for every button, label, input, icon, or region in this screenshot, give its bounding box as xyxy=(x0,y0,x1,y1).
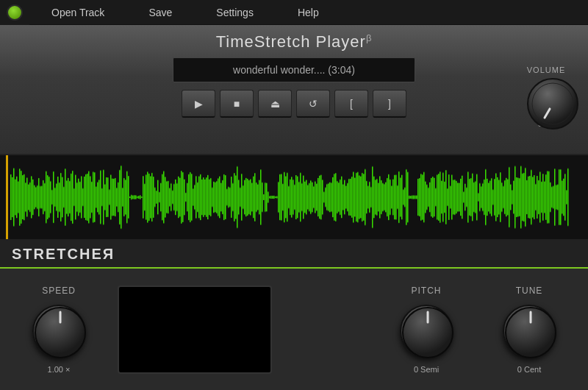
menu-bar: Open Track Save Settings Help xyxy=(0,0,588,25)
volume-label: VOLUME xyxy=(527,65,565,74)
speed-value: 1.00 × xyxy=(48,365,71,374)
speed-section: SPEED 1.00 × xyxy=(15,286,103,374)
stretcher-header: STRETCHEЯ xyxy=(0,241,588,269)
menu-settings[interactable]: Settings xyxy=(194,0,276,24)
menu-items: Open Track Save Settings Help xyxy=(29,0,588,24)
pitch-knob[interactable] xyxy=(400,305,453,358)
logo-icon xyxy=(7,4,23,21)
speed-label: SPEED xyxy=(42,286,76,296)
volume-section: VOLUME 0 dB xyxy=(526,65,566,128)
svg-point-0 xyxy=(528,79,578,129)
header-section: TimeStretch Playerβ wonderful wonder....… xyxy=(0,25,588,154)
track-display: wonderful wonder.... (3:04) xyxy=(173,57,415,82)
transport-controls: ▶ ■ ⏏ ↺ [ ] xyxy=(182,90,406,118)
pitch-label: PITCH xyxy=(412,286,442,296)
eject-button[interactable]: ⏏ xyxy=(258,90,292,118)
volume-knob[interactable] xyxy=(526,77,566,117)
app-logo xyxy=(0,0,29,25)
menu-save[interactable]: Save xyxy=(126,0,194,24)
mark-in-button[interactable]: [ xyxy=(334,90,368,118)
tune-knob[interactable] xyxy=(503,305,556,358)
display-screen xyxy=(118,286,272,374)
waveform-canvas xyxy=(0,155,588,239)
tune-value: 0 Cent xyxy=(517,365,541,374)
waveform-display xyxy=(0,154,588,241)
tune-label: TUNE xyxy=(516,286,543,296)
tune-section: TUNE 0 Cent xyxy=(485,286,573,374)
stop-button[interactable]: ■ xyxy=(220,90,254,118)
play-button[interactable]: ▶ xyxy=(182,90,215,118)
stretcher-controls: SPEED 1.00 × xyxy=(0,269,588,390)
speed-knob[interactable] xyxy=(32,305,85,358)
stretcher-title: STRETCHEЯ xyxy=(12,246,115,263)
pitch-value: 0 Semi xyxy=(414,365,439,374)
pitch-section: PITCH 0 Semi xyxy=(382,286,470,374)
menu-open-track[interactable]: Open Track xyxy=(29,0,126,24)
mark-out-button[interactable]: ] xyxy=(373,90,406,118)
stretcher-section: STRETCHEЯ SPEED 1.00 × xyxy=(0,241,588,390)
pitch-tune-controls: PITCH 0 Semi xyxy=(287,286,573,374)
menu-help[interactable]: Help xyxy=(276,0,341,24)
loop-button[interactable]: ↺ xyxy=(296,90,330,118)
app-title: TimeStretch Playerβ xyxy=(216,32,373,52)
